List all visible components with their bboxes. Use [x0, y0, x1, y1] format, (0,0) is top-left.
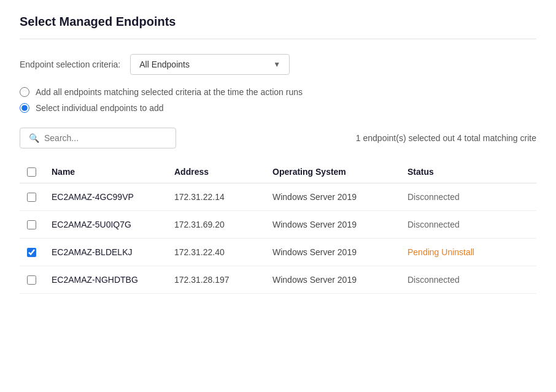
search-box[interactable]: 🔍	[20, 128, 176, 148]
radio-all-label: Add all endpoints matching selected crit…	[36, 87, 303, 97]
header-address: Address	[174, 167, 272, 177]
radio-all-endpoints[interactable]	[20, 87, 29, 97]
section-divider	[20, 39, 536, 39]
row-name: EC2AMAZ-BLDELKJ	[52, 247, 174, 257]
chevron-down-icon: ▼	[273, 60, 280, 69]
table-row[interactable]: EC2AMAZ-NGHDTBG 172.31.28.197 Windows Se…	[20, 266, 536, 294]
endpoints-table: Name Address Operating System Status EC2…	[20, 161, 536, 294]
row-checkbox-cell[interactable]	[27, 275, 52, 285]
row-address: 172.31.22.40	[174, 247, 272, 257]
row-checkbox[interactable]	[27, 248, 36, 257]
radio-options-group: Add all endpoints matching selected crit…	[20, 87, 536, 113]
table-row[interactable]: EC2AMAZ-4GC99VP 172.31.22.14 Windows Ser…	[20, 183, 536, 211]
table-row[interactable]: EC2AMAZ-5U0IQ7G 172.31.69.20 Windows Ser…	[20, 211, 536, 239]
row-address: 172.31.28.197	[174, 275, 272, 285]
header-os: Operating System	[272, 167, 407, 177]
endpoint-criteria-dropdown[interactable]: All Endpoints ▼	[130, 54, 290, 75]
criteria-selected-value: All Endpoints	[139, 60, 190, 69]
criteria-row: Endpoint selection criteria: All Endpoin…	[20, 54, 536, 75]
row-checkbox-cell[interactable]	[27, 220, 52, 229]
search-icon: 🔍	[29, 133, 39, 143]
radio-option-all[interactable]: Add all endpoints matching selected crit…	[20, 87, 536, 97]
row-name: EC2AMAZ-5U0IQ7G	[52, 220, 174, 229]
row-os: Windows Server 2019	[272, 275, 407, 285]
row-checkbox-cell[interactable]	[27, 193, 52, 202]
radio-individual-endpoints[interactable]	[20, 103, 29, 113]
row-address: 172.31.69.20	[174, 220, 272, 229]
row-name: EC2AMAZ-NGHDTBG	[52, 275, 174, 285]
header-checkbox-cell[interactable]	[27, 167, 52, 177]
selection-info: 1 endpoint(s) selected out 4 total match…	[356, 133, 536, 143]
row-status: Disconnected	[407, 275, 518, 285]
row-name: EC2AMAZ-4GC99VP	[52, 192, 174, 202]
table-row[interactable]: EC2AMAZ-BLDELKJ 172.31.22.40 Windows Ser…	[20, 239, 536, 266]
row-os: Windows Server 2019	[272, 192, 407, 202]
row-checkbox[interactable]	[27, 220, 36, 229]
row-checkbox[interactable]	[27, 275, 36, 285]
row-os: Windows Server 2019	[272, 220, 407, 229]
search-input[interactable]	[44, 133, 167, 143]
select-all-checkbox[interactable]	[27, 167, 36, 177]
search-bar-row: 🔍 1 endpoint(s) selected out 4 total mat…	[20, 128, 536, 148]
row-address: 172.31.22.14	[174, 192, 272, 202]
row-status: Pending Uninstall	[407, 247, 518, 257]
page-title: Select Managed Endpoints	[20, 15, 536, 29]
header-name: Name	[52, 167, 174, 177]
radio-option-individual[interactable]: Select individual endpoints to add	[20, 103, 536, 113]
table-header: Name Address Operating System Status	[20, 161, 536, 183]
row-status: Disconnected	[407, 220, 518, 229]
row-os: Windows Server 2019	[272, 247, 407, 257]
criteria-label: Endpoint selection criteria:	[20, 60, 120, 69]
header-status: Status	[407, 167, 518, 177]
row-status: Disconnected	[407, 192, 518, 202]
radio-individual-label: Select individual endpoints to add	[36, 103, 164, 113]
row-checkbox-cell[interactable]	[27, 248, 52, 257]
row-checkbox[interactable]	[27, 193, 36, 202]
